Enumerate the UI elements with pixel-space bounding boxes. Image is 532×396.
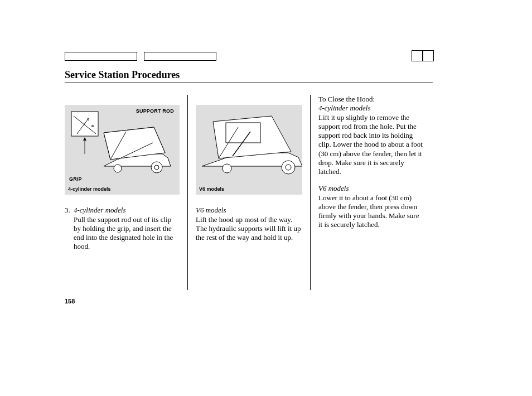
callout-grip: GRIP <box>69 176 82 182</box>
svg-point-9 <box>114 165 122 172</box>
close-4cyl-heading: 4-cylinder models <box>318 104 425 113</box>
step-body-4cyl: Pull the support rod out of its clip by … <box>74 215 173 251</box>
column-1: SUPPORT ROD <box>65 95 187 290</box>
step-heading-v6: V6 models <box>196 206 226 214</box>
column-2: V6 models V6 models Lift the hood up mos… <box>187 95 310 290</box>
content-columns: SUPPORT ROD <box>65 95 433 290</box>
hood-open-v6-icon <box>199 110 302 183</box>
svg-rect-12 <box>226 123 260 143</box>
column-3: To Close the Hood: 4-cylinder models Lif… <box>310 95 433 290</box>
hood-open-4cyl-icon <box>70 110 173 183</box>
figure-v6: V6 models <box>196 105 302 195</box>
close-v6-heading: V6 models <box>318 184 425 193</box>
crop-box <box>423 50 434 61</box>
figure-caption-v6: V6 models <box>199 186 299 192</box>
figure-caption-4cyl: 4-cylinder models <box>68 186 176 192</box>
crop-box <box>412 50 423 61</box>
close-4cyl-body: Lift it up slightly to remove the suppor… <box>318 113 425 177</box>
svg-point-16 <box>223 164 231 173</box>
page-title: Service Station Procedures <box>65 69 180 81</box>
step-3: 3. 4-cylinder models Pull the support ro… <box>65 206 180 251</box>
step-body-v6: Lift the hood up most of the way. The hy… <box>196 215 301 242</box>
svg-point-14 <box>282 161 295 174</box>
manual-page: Service Station Procedures SUPPORT ROD <box>0 0 532 396</box>
page-number: 158 <box>65 298 75 305</box>
close-hood-heading: To Close the Hood: <box>318 95 425 104</box>
svg-marker-11 <box>83 137 86 141</box>
svg-point-7 <box>151 162 162 173</box>
crop-box <box>144 52 216 61</box>
title-rule <box>65 83 433 83</box>
figure-4cyl: SUPPORT ROD <box>65 105 180 195</box>
step-heading-4cyl: 4-cylinder models <box>74 206 126 214</box>
crop-box <box>65 52 137 61</box>
step-v6: V6 models Lift the hood up most of the w… <box>196 206 302 242</box>
close-v6-body: Lower it to about a foot (30 cm) above t… <box>318 194 425 230</box>
callout-support-rod: SUPPORT ROD <box>136 108 174 114</box>
step-number: 3. <box>65 206 74 251</box>
